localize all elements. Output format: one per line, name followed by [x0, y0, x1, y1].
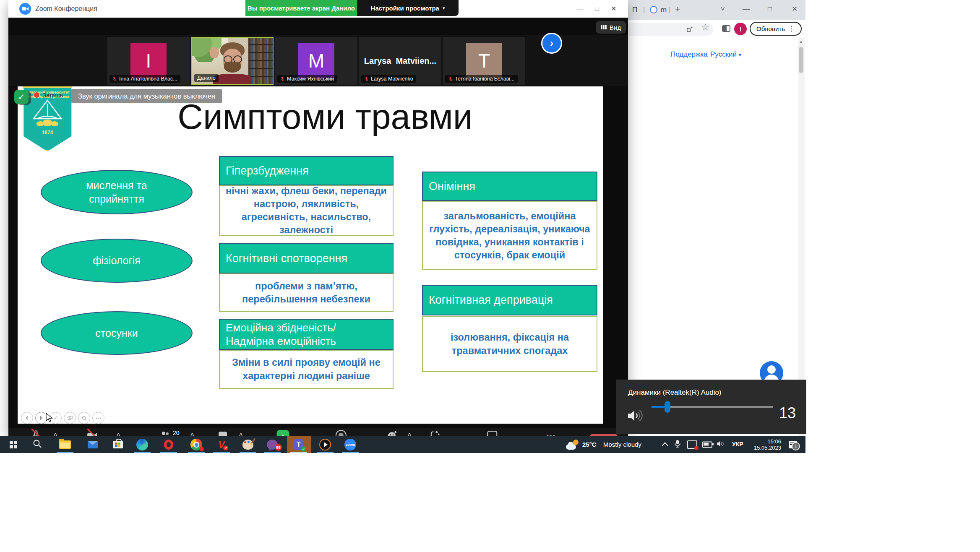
paint-icon[interactable]	[242, 440, 253, 450]
zoom-taskbar-icon[interactable]: zoom	[344, 439, 356, 450]
recording-dot-icon	[34, 92, 40, 98]
side-panel-icon[interactable]	[722, 25, 730, 32]
kebab-menu-icon[interactable]: ⋮	[788, 25, 795, 33]
slideshow-slides-button[interactable]	[64, 412, 76, 424]
teams-icon[interactable]: T✓	[293, 439, 304, 450]
view-button[interactable]: Вид	[596, 21, 626, 34]
muted-mic-icon	[364, 76, 369, 82]
ellipse-thinking: мислення та сприйняття	[41, 170, 193, 214]
participant-name: Інна Анатоліївна Влас...	[119, 76, 177, 82]
opera-icon[interactable]	[164, 440, 173, 450]
viber-icon[interactable]: 55	[267, 440, 278, 450]
share-icon[interactable]	[686, 26, 693, 33]
browser-profile-avatar[interactable]: I	[734, 23, 747, 35]
participant-tile[interactable]: Larysa Matviien... Larysa Matviienko	[359, 37, 441, 85]
new-tab-button[interactable]: +	[675, 5, 680, 14]
participant-tile[interactable]: I Інна Анатоліївна Влас...	[107, 37, 190, 85]
slideshow-zoom-button[interactable]	[78, 412, 90, 424]
volume-flyout: Динамики (Realtek(R) Audio) 13	[616, 380, 806, 434]
security-shield-icon: ✓	[14, 90, 29, 104]
store-icon[interactable]	[113, 441, 123, 448]
slideshow-prev-button[interactable]	[21, 412, 33, 424]
participant-tile[interactable]: M Максим Яхнівський	[275, 37, 357, 85]
avatar: I	[130, 43, 167, 79]
grid-view-icon	[601, 25, 607, 30]
window-controls: — □ ✕	[572, 0, 622, 18]
audio-device-label: Динамики (Realtek(R) Audio)	[628, 388, 722, 397]
tray-screenshare-icon[interactable]	[687, 440, 697, 449]
volume-level: 13	[779, 404, 796, 422]
tray-chevron-icon[interactable]	[663, 442, 667, 448]
address-bar[interactable]: ☆	[628, 23, 713, 36]
weather-desc[interactable]: Mostly cloudy	[603, 441, 641, 448]
body-cognitive-distortions: проблеми з пам’ятю, перебільшення небезп…	[219, 273, 394, 312]
minimize-button[interactable]: —	[572, 0, 589, 18]
browser-page: Поддержка Русский ▾ ▲	[628, 38, 805, 436]
tray-volume-icon[interactable]	[717, 440, 725, 449]
view-options-dropdown[interactable]: Настройки просмотра▾	[357, 0, 459, 16]
header-numbness: Оніміння	[422, 172, 597, 201]
participants-count-badge: 20	[173, 430, 180, 436]
mail-icon[interactable]	[88, 441, 98, 448]
weather-temp[interactable]: 25°C	[582, 441, 597, 448]
tab-search-chevron-icon[interactable]: ˅	[721, 5, 725, 13]
teams-status-check: ✓	[301, 446, 306, 452]
update-browser-button[interactable]: Обновить⋮	[750, 22, 802, 36]
scrollbar-up-arrow[interactable]: ▲	[799, 39, 803, 44]
participant-name: Тетяна Іванівна Бєлаві...	[455, 76, 515, 82]
ellipse-physiology: фізіологія	[41, 239, 193, 283]
notification-badge: 1	[792, 442, 800, 450]
header-cognitive-distortions: Когнітивні спотворення	[219, 243, 394, 273]
language-indicator[interactable]: УКР	[732, 441, 743, 448]
browser-close-button[interactable]: ✕	[792, 5, 798, 13]
browser-tab-favicon[interactable]	[650, 6, 657, 13]
tab-separator-2: |	[668, 6, 670, 13]
browser-tab-fragment[interactable]: П	[632, 6, 637, 13]
browser-minimize-button[interactable]: —	[743, 5, 750, 13]
volume-slider[interactable]	[652, 406, 773, 408]
widget-person-icon	[767, 365, 776, 374]
search-button[interactable]	[32, 439, 42, 450]
muted-mic-icon	[448, 76, 453, 82]
tray-date: 15.05.2023	[754, 445, 781, 451]
clock[interactable]: 15:0615.05.2023	[749, 438, 781, 451]
file-explorer-icon[interactable]	[59, 440, 71, 449]
start-button[interactable]	[10, 441, 17, 448]
browser-restore-button[interactable]: □	[768, 5, 772, 13]
chevron-down-icon: ▾	[443, 5, 445, 11]
bookmark-star-icon[interactable]: ☆	[701, 23, 709, 31]
browser-toolbar: ☆ I Обновить⋮	[628, 20, 805, 38]
participant-name: Максим Яхнівський	[287, 76, 334, 82]
chrome-icon[interactable]	[190, 439, 202, 450]
body-hyperarousal: нічні жахи, флеш беки, перепади настрою,…	[219, 185, 394, 236]
speaker-icon[interactable]	[627, 409, 644, 422]
header-emotional-poverty: Емоційна збідненість/ Надмірна емоційніс…	[219, 319, 394, 350]
page-scrollbar[interactable]: ▲	[798, 38, 805, 436]
next-participants-button[interactable]: ›	[541, 33, 562, 54]
browser-tab-label[interactable]: m	[661, 6, 667, 13]
chevron-down-icon: ▾	[739, 52, 741, 58]
zoom-window: Zoom Конференция Вы просматриваете экран…	[8, 0, 628, 435]
edge-icon[interactable]	[136, 439, 148, 450]
viber-badge: 55	[275, 444, 282, 451]
notification-center-icon[interactable]: 1	[789, 441, 797, 448]
viewing-screen-banner: Вы просматриваете экран Данило	[245, 0, 357, 16]
mouse-cursor	[44, 413, 54, 423]
tray-battery-icon[interactable]	[702, 442, 712, 448]
weather-icon[interactable]	[566, 440, 579, 450]
scrollbar-thumb[interactable]	[799, 47, 803, 73]
body-emotional-poverty: Зміни в силі прояву емоцій не характерні…	[219, 350, 394, 389]
participant-tile[interactable]: T Тетяна Іванівна Бєлаві...	[443, 37, 525, 85]
support-link[interactable]: Поддержка	[670, 50, 708, 59]
participants-filmstrip: I Інна Анатоліївна Влас... Данило	[8, 35, 628, 86]
original-sound-notice: Звук оригинала для музыкантов выключен	[71, 89, 222, 103]
media-player-icon[interactable]	[319, 439, 331, 450]
language-selector[interactable]: Русский ▾	[710, 50, 741, 59]
maximize-button[interactable]: □	[589, 0, 605, 18]
volume-slider-handle[interactable]	[665, 401, 670, 413]
v-app-icon[interactable]: V2	[218, 439, 225, 450]
tray-mic-icon[interactable]	[674, 440, 681, 450]
participant-tile-active-speaker[interactable]: Данило	[191, 37, 274, 85]
slideshow-more-button[interactable]	[92, 412, 104, 424]
close-button[interactable]: ✕	[605, 0, 622, 18]
